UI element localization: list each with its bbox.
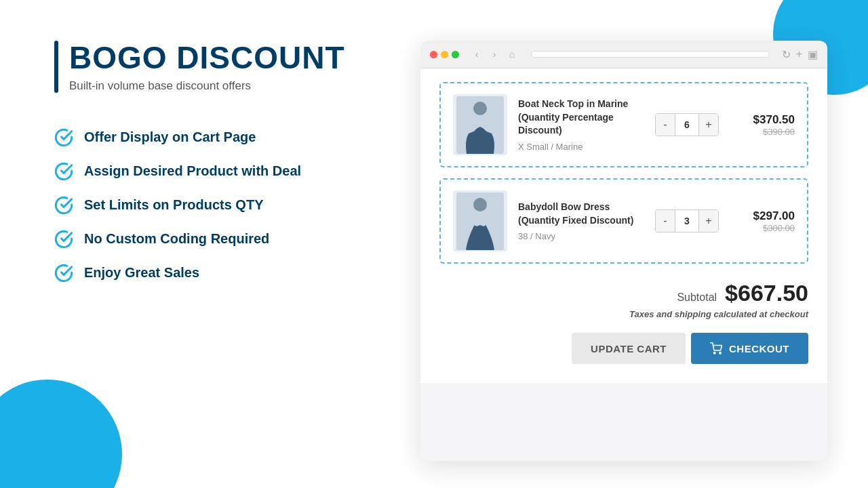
feature-5: Enjoy Great Sales <box>54 264 380 283</box>
browser-bar: ‹ › ⌂ ↻ + ▣ <box>420 41 827 68</box>
feature-label: Enjoy Great Sales <box>84 265 199 281</box>
product-image-svg <box>456 96 504 154</box>
feature-label: Assign Desired Product with Deal <box>84 163 301 179</box>
title-block: BOGO DISCOUNT Built-in volume base disco… <box>54 41 380 93</box>
menu-icon[interactable]: ▣ <box>808 48 818 61</box>
refresh-icon[interactable]: ↻ <box>782 48 791 61</box>
product-image-svg <box>456 192 504 250</box>
svg-point-1 <box>473 102 487 115</box>
tax-note: Taxes and shipping calculated at checkou… <box>629 309 808 319</box>
product-info-1: Babydoll Bow Dress (Quantity Fixed Disco… <box>518 201 644 241</box>
price-original: $390.00 <box>741 127 795 137</box>
check-circle-icon <box>54 162 73 181</box>
title-bar-decoration <box>54 41 58 93</box>
qty-control-1: - 3 + <box>655 209 719 232</box>
qty-minus-button[interactable]: - <box>656 210 675 232</box>
main-title: BOGO DISCOUNT <box>69 41 345 75</box>
product-image-1 <box>453 190 507 251</box>
qty-value: 6 <box>675 114 699 136</box>
check-circle-icon <box>54 264 73 283</box>
price-block-1: $297.00 $300.00 <box>741 209 795 233</box>
cart-content: Boat Neck Top in Marine (Quantity Percen… <box>420 68 827 383</box>
subtotal-area: Subtotal $667.50 Taxes and shipping calc… <box>439 274 808 319</box>
feature-2: Assign Desired Product with Deal <box>54 162 380 181</box>
checkout-button[interactable]: CHECKOUT <box>691 333 808 364</box>
product-variant: 38 / Navy <box>518 231 644 241</box>
feature-label: Set Limits on Products QTY <box>84 197 263 213</box>
right-panel: ‹ › ⌂ ↻ + ▣ <box>420 41 827 461</box>
product-name: Babydoll Bow Dress (Quantity Fixed Disco… <box>518 201 644 227</box>
price-original: $300.00 <box>741 223 795 233</box>
subtotal-row: Subtotal $667.50 <box>677 280 808 306</box>
browser-nav: ‹ › ⌂ <box>470 47 519 61</box>
nav-forward[interactable]: › <box>488 47 501 61</box>
check-circle-icon <box>54 196 73 215</box>
browser-actions: ↻ + ▣ <box>782 48 818 61</box>
price-current: $370.50 <box>741 113 795 127</box>
cart-item: Babydoll Bow Dress (Quantity Fixed Disco… <box>439 178 808 264</box>
browser-dots <box>430 51 459 58</box>
browser-window: ‹ › ⌂ ↻ + ▣ <box>420 41 827 461</box>
svg-point-4 <box>714 352 715 354</box>
check-circle-icon <box>54 230 73 249</box>
product-name: Boat Neck Top in Marine (Quantity Percen… <box>518 98 644 138</box>
nav-back[interactable]: ‹ <box>470 47 484 61</box>
update-cart-button[interactable]: UPDATE CART <box>572 333 686 364</box>
svg-point-3 <box>473 198 487 211</box>
qty-minus-button[interactable]: - <box>656 114 675 136</box>
dot-yellow[interactable] <box>441 51 448 58</box>
feature-4: No Custom Coding Required <box>54 230 380 249</box>
qty-control-0: - 6 + <box>655 113 719 136</box>
subtitle: Built-in volume base discount offers <box>69 79 345 93</box>
features-list: Offer Display on Cart Page Assign Desire… <box>54 128 380 283</box>
checkout-label: CHECKOUT <box>729 343 789 354</box>
feature-3: Set Limits on Products QTY <box>54 196 380 215</box>
cart-item: Boat Neck Top in Marine (Quantity Percen… <box>439 82 808 167</box>
subtotal-value: $667.50 <box>725 280 808 306</box>
product-variant: X Small / Marine <box>518 142 644 152</box>
browser-url-bar[interactable] <box>531 51 770 58</box>
feature-label: Offer Display on Cart Page <box>84 129 256 145</box>
qty-plus-button[interactable]: + <box>699 210 718 232</box>
svg-point-5 <box>719 352 721 354</box>
check-circle-icon <box>54 128 73 147</box>
dot-green[interactable] <box>452 51 459 58</box>
price-current: $297.00 <box>741 209 795 223</box>
new-tab-icon[interactable]: + <box>796 48 802 61</box>
qty-plus-button[interactable]: + <box>699 114 718 136</box>
subtotal-label: Subtotal <box>677 291 717 304</box>
product-info-0: Boat Neck Top in Marine (Quantity Percen… <box>518 98 644 152</box>
qty-value: 3 <box>675 210 699 232</box>
nav-home[interactable]: ⌂ <box>505 47 519 61</box>
price-block-0: $370.50 $390.00 <box>741 113 795 137</box>
dot-red[interactable] <box>430 51 437 58</box>
left-panel: BOGO DISCOUNT Built-in volume base disco… <box>54 41 380 461</box>
cart-items-container: Boat Neck Top in Marine (Quantity Percen… <box>439 82 808 264</box>
checkout-cart-icon <box>710 342 722 354</box>
feature-1: Offer Display on Cart Page <box>54 128 380 147</box>
title-text-block: BOGO DISCOUNT Built-in volume base disco… <box>69 41 345 93</box>
cart-buttons: UPDATE CART CHECKOUT <box>439 333 808 364</box>
product-image-0 <box>453 94 507 155</box>
feature-label: No Custom Coding Required <box>84 231 269 247</box>
